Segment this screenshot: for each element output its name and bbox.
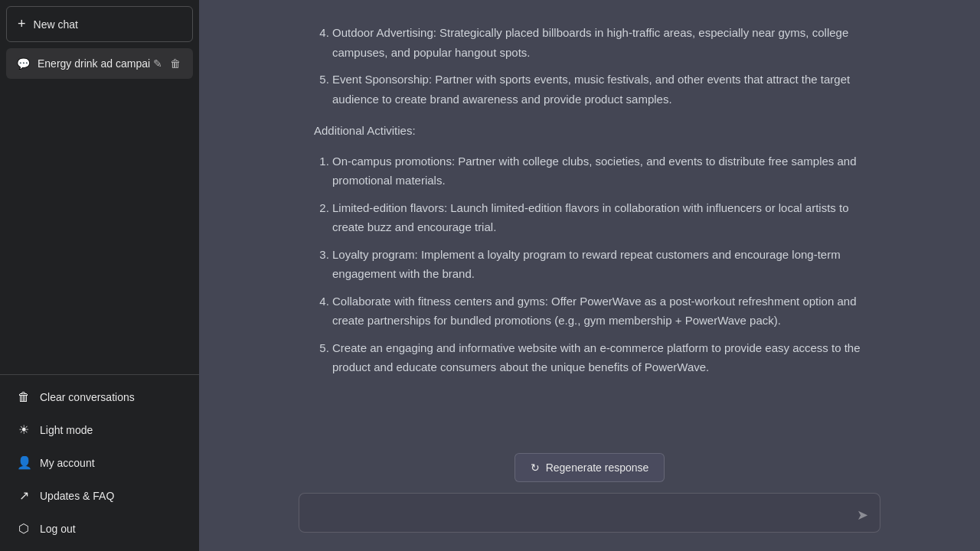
person-icon: 👤 <box>17 455 31 470</box>
list-item: Event Sponsorship: Partner with sports e… <box>332 70 865 109</box>
list-item-text: Loyalty program: Implement a loyalty pro… <box>332 248 841 281</box>
edit-chat-button[interactable]: ✎ <box>152 56 164 71</box>
main-content: Outdoor Advertising: Strategically place… <box>199 0 980 551</box>
list-item-text: Outdoor Advertising: Strategically place… <box>332 26 848 59</box>
trash-icon: 🗑 <box>17 390 31 404</box>
my-account-button[interactable]: 👤 My account <box>6 446 193 479</box>
top-list: Outdoor Advertising: Strategically place… <box>314 23 865 109</box>
chat-item-actions: ✎ 🗑 <box>152 56 182 71</box>
clear-conversations-button[interactable]: 🗑 Clear conversations <box>6 381 193 413</box>
send-button[interactable]: ➤ <box>854 504 871 527</box>
sidebar: + New chat 💬 Energy drink ad campai ✎ 🗑 … <box>0 0 199 551</box>
chat-messages: Outdoor Advertising: Strategically place… <box>199 0 980 444</box>
list-item-text: On-campus promotions: Partner with colle… <box>332 155 857 187</box>
new-chat-button[interactable]: + New chat <box>6 6 193 42</box>
list-item-text: Limited-edition flavors: Launch limited-… <box>332 201 849 234</box>
sun-icon: ☀ <box>17 422 31 437</box>
updates-faq-button[interactable]: ↗ Updates & FAQ <box>6 479 193 512</box>
my-account-label: My account <box>40 457 95 469</box>
chat-item-left: 💬 Energy drink ad campai <box>17 57 152 70</box>
chat-bubble-icon: 💬 <box>17 57 30 70</box>
list-item: Create an engaging and informative websi… <box>332 338 865 377</box>
list-item-text: Event Sponsorship: Partner with sports e… <box>332 73 850 106</box>
section-header: Additional Activities: <box>314 121 865 141</box>
list-item-text: Create an engaging and informative websi… <box>332 341 861 374</box>
light-mode-button[interactable]: ☀ Light mode <box>6 413 193 446</box>
list-item: Loyalty program: Implement a loyalty pro… <box>332 245 865 284</box>
chat-input[interactable] <box>299 493 880 533</box>
list-item: Outdoor Advertising: Strategically place… <box>332 23 865 62</box>
input-container: ➤ <box>299 493 880 536</box>
updates-faq-label: Updates & FAQ <box>40 490 114 502</box>
list-item: On-campus promotions: Partner with colle… <box>332 152 865 191</box>
chat-item-label: Energy drink ad campai <box>38 57 150 70</box>
plus-icon: + <box>18 16 26 32</box>
additional-activities-list: On-campus promotions: Partner with colle… <box>314 152 865 377</box>
log-out-button[interactable]: ⬡ Log out <box>6 512 193 545</box>
message-content: Outdoor Advertising: Strategically place… <box>314 23 865 377</box>
delete-chat-button[interactable]: 🗑 <box>168 56 182 71</box>
regenerate-icon: ↻ <box>531 461 540 474</box>
sidebar-top: + New chat 💬 Energy drink ad campai ✎ 🗑 <box>0 0 199 374</box>
list-item: Limited-edition flavors: Launch limited-… <box>332 198 865 237</box>
regenerate-response-button[interactable]: ↻ Regenerate response <box>514 453 665 482</box>
new-chat-label: New chat <box>34 18 78 31</box>
list-item: Collaborate with fitness centers and gym… <box>332 292 865 331</box>
light-mode-label: Light mode <box>40 424 93 436</box>
send-icon: ➤ <box>857 507 868 523</box>
clear-conversations-label: Clear conversations <box>40 391 135 403</box>
regenerate-label: Regenerate response <box>546 461 649 474</box>
external-link-icon: ↗ <box>17 488 31 503</box>
log-out-label: Log out <box>40 523 76 535</box>
chat-history-item[interactable]: 💬 Energy drink ad campai ✎ 🗑 <box>6 48 193 79</box>
logout-icon: ⬡ <box>17 521 31 536</box>
sidebar-bottom: 🗑 Clear conversations ☀ Light mode 👤 My … <box>0 374 199 551</box>
list-item-text: Collaborate with fitness centers and gym… <box>332 295 857 328</box>
input-area: ↻ Regenerate response ➤ <box>199 444 980 552</box>
